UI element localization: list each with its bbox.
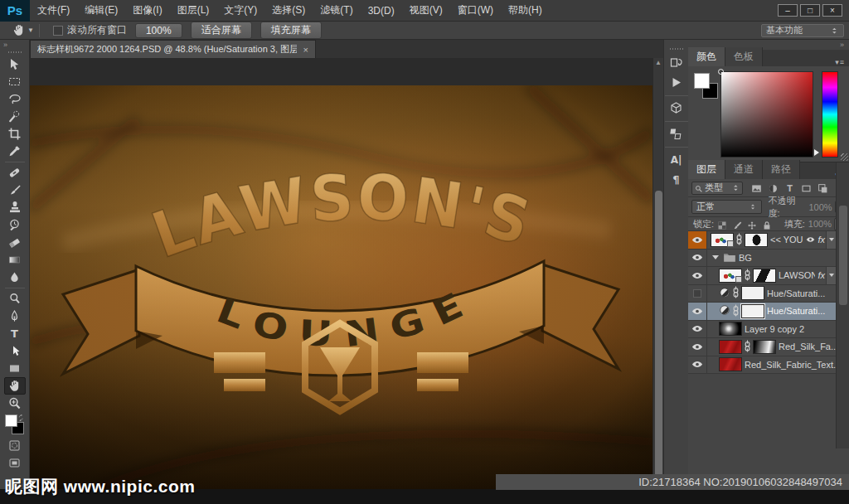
filter-smart-objects-icon[interactable]	[817, 182, 828, 193]
layer-row-5[interactable]: Hue/Saturati...	[688, 303, 836, 321]
canvas-image[interactable]: LAWSON'S LOUNGE	[30, 85, 653, 489]
rectangle-shape-tool[interactable]	[4, 360, 26, 377]
menu-item-7[interactable]: 滤镜(T)	[313, 0, 360, 21]
brush-tool[interactable]	[4, 182, 26, 199]
layer-name[interactable]: LAWSON...	[779, 270, 815, 280]
spot-healing-brush-tool[interactable]	[4, 164, 26, 182]
blur-tool[interactable]	[4, 269, 26, 286]
collapse-panels-icon[interactable]: »	[840, 41, 844, 49]
filter-kind-select[interactable]: 类型	[691, 182, 743, 195]
layer-visibility-toggle[interactable]	[688, 321, 707, 338]
lock-image-pixels-icon[interactable]	[732, 219, 742, 229]
blend-mode-select[interactable]: 正常	[691, 200, 762, 214]
layer-row-2[interactable]: BG	[688, 250, 836, 268]
mask-link-icon[interactable]	[736, 233, 742, 247]
3d-materials-panel-button[interactable]	[667, 99, 686, 117]
filter-pixel-layers-icon[interactable]	[751, 182, 762, 193]
layer-row-7[interactable]: Red_Silk_Fa...	[688, 338, 836, 356]
tab-channels[interactable]: 通道	[725, 160, 763, 179]
workspace-selector[interactable]: 基本功能	[761, 24, 844, 37]
menu-item-9[interactable]: 视图(V)	[402, 0, 450, 21]
current-tool-preview[interactable]: ▼	[0, 23, 34, 37]
layer-thumbnail[interactable]	[719, 269, 742, 283]
zoom-100-button[interactable]: 100%	[135, 23, 182, 38]
fx-badge[interactable]: fx	[817, 270, 825, 280]
layer-visibility-toggle[interactable]	[688, 356, 707, 374]
layer-name[interactable]: Layer 9 copy 2	[745, 324, 836, 334]
document-tab[interactable]: 标志样机9672 2000 1264.PSD @ 48.8% (Hue/Satu…	[30, 40, 316, 58]
character-panel-button[interactable]: A|	[667, 150, 686, 168]
gradient-tool[interactable]	[4, 251, 26, 269]
layer-visibility-toggle[interactable]	[688, 285, 707, 303]
paragraph-panel-button[interactable]: ¶	[667, 170, 686, 188]
eyedropper-tool[interactable]	[4, 143, 26, 160]
zoom-tool[interactable]	[4, 395, 26, 412]
crop-tool[interactable]	[4, 125, 26, 143]
layer-thumbnail[interactable]	[719, 322, 742, 336]
layer-mask-thumbnail[interactable]	[753, 340, 776, 354]
color-picker-marker[interactable]	[718, 69, 724, 75]
layer-mask-thumbnail[interactable]	[741, 286, 764, 300]
panel-menu-icon[interactable]: ▾≡	[835, 58, 849, 66]
layer-name[interactable]: BG	[739, 253, 836, 263]
layer-row-8[interactable]: Red_Silk_Fabric_Text...	[688, 356, 836, 375]
scroll-up-icon[interactable]: ▲	[653, 58, 663, 68]
lasso-tool[interactable]	[4, 90, 26, 108]
filter-shape-layers-icon[interactable]	[801, 182, 812, 193]
type-tool[interactable]: T	[4, 325, 26, 342]
layer-mask-thumbnail[interactable]	[745, 233, 768, 247]
mask-link-icon[interactable]	[745, 269, 750, 283]
canvas-vertical-scrollbar[interactable]: ▲	[653, 58, 663, 489]
minimize-button[interactable]: –	[778, 4, 798, 17]
eraser-tool[interactable]	[4, 234, 26, 251]
menu-item-3[interactable]: 图像(I)	[125, 0, 169, 21]
scrollbar-thumb[interactable]	[655, 191, 662, 482]
history-panel-button[interactable]	[667, 53, 686, 71]
layer-name[interactable]: Red_Silk_Fa...	[779, 342, 836, 351]
menu-item-2[interactable]: 编辑(E)	[77, 0, 125, 21]
filter-type-layers-icon[interactable]: T	[784, 182, 795, 193]
saturation-brightness-field[interactable]	[720, 71, 813, 158]
layer-mask-thumbnail[interactable]	[753, 269, 776, 283]
menu-item-6[interactable]: 选择(S)	[264, 0, 313, 21]
move-tool[interactable]	[4, 56, 26, 73]
adjustments-panel-button[interactable]	[667, 124, 686, 143]
effects-expander-icon[interactable]	[826, 267, 836, 285]
tab-paths[interactable]: 路径	[763, 160, 800, 179]
hand-tool[interactable]	[4, 377, 26, 395]
layer-mask-thumbnail[interactable]	[741, 304, 764, 318]
layer-thumbnail[interactable]	[719, 340, 742, 354]
lock-transparent-pixels-icon[interactable]	[717, 219, 727, 229]
foreground-color-swatch[interactable]	[5, 414, 17, 427]
lock-all-icon[interactable]	[762, 219, 772, 229]
mask-link-icon[interactable]	[745, 340, 750, 354]
layer-row-4[interactable]: Hue/Saturati...	[688, 285, 836, 303]
tab-swatches[interactable]: 色板	[725, 47, 763, 66]
menu-item-8[interactable]: 3D(D)	[361, 0, 402, 21]
layer-row-6[interactable]: Layer 9 copy 2	[688, 321, 836, 339]
effects-visibility-icon[interactable]	[806, 235, 815, 245]
tab-close-icon[interactable]: ×	[303, 45, 308, 55]
layer-row-3[interactable]: LAWSON...fx	[688, 267, 836, 285]
collapse-toolbar-icon[interactable]: »	[0, 40, 11, 50]
fill-screen-button[interactable]: 填充屏幕	[260, 22, 322, 39]
layer-visibility-toggle[interactable]	[688, 267, 707, 284]
hue-slider-marker[interactable]	[814, 149, 819, 156]
fx-badge[interactable]: fx	[817, 235, 825, 245]
rectangular-marquee-tool[interactable]	[4, 73, 26, 90]
effects-expander-icon[interactable]	[826, 231, 836, 250]
layer-name[interactable]: Red_Silk_Fabric_Text...	[745, 360, 836, 370]
layer-visibility-toggle[interactable]	[688, 250, 707, 267]
menu-item-1[interactable]: 文件(F)	[30, 0, 77, 21]
maximize-button[interactable]: □	[800, 4, 820, 17]
menu-item-4[interactable]: 图层(L)	[170, 0, 217, 21]
layer-visibility-toggle[interactable]	[688, 231, 707, 249]
layers-scrollbar[interactable]	[836, 162, 849, 448]
layer-thumbnail[interactable]	[711, 233, 734, 247]
dock-grip[interactable]	[670, 48, 683, 50]
hue-slider[interactable]	[822, 71, 838, 158]
group-expander-icon[interactable]	[712, 255, 719, 259]
layer-row-1[interactable]: << YOU...fx	[688, 231, 836, 250]
layer-name[interactable]: Hue/Saturati...	[767, 306, 836, 316]
layer-visibility-toggle[interactable]	[688, 338, 707, 356]
